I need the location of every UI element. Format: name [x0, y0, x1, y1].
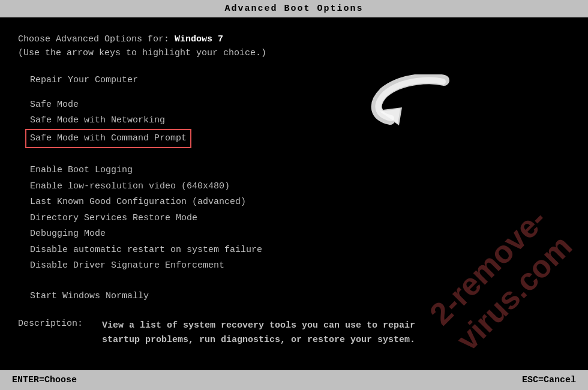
- menu-item-repair[interactable]: Repair Your Computer: [30, 73, 570, 89]
- description-text: View a list of system recovery tools you…: [102, 319, 415, 347]
- menu-item-last-known-good[interactable]: Last Known Good Configuration (advanced): [30, 194, 570, 211]
- esc-label: ESC=Cancel: [522, 375, 576, 385]
- description-label: Description:: [18, 319, 96, 347]
- menu-item-safe-mode[interactable]: Safe Mode: [30, 97, 570, 113]
- menu-section: Repair Your Computer Safe Mode Safe Mode…: [18, 73, 570, 347]
- title-bar: Advanced Boot Options: [0, 0, 588, 17]
- menu-item-disable-restart[interactable]: Disable automatic restart on system fail…: [30, 242, 570, 259]
- header-line1: Choose Advanced Options for: Windows 7: [18, 34, 570, 44]
- menu-item-safe-mode-cmd[interactable]: Safe Mode with Command Prompt: [25, 129, 191, 149]
- title-text: Advanced Boot Options: [224, 4, 363, 14]
- menu-item-start-normally[interactable]: Start Windows Normally: [30, 289, 570, 305]
- menu-group-safe-mode: Safe Mode Safe Mode with Networking Safe…: [18, 97, 570, 149]
- header-section: Choose Advanced Options for: Windows 7 (…: [18, 34, 570, 58]
- menu-item-boot-logging[interactable]: Enable Boot Logging: [30, 163, 570, 179]
- header-line2: (Use the arrow keys to highlight your ch…: [18, 48, 570, 58]
- menu-group-start-normal: Start Windows Normally: [18, 289, 570, 305]
- header-prefix: Choose Advanced Options for:: [18, 34, 175, 44]
- menu-group-advanced: Enable Boot Logging Enable low-resolutio…: [18, 163, 570, 274]
- enter-label: ENTER=Choose: [12, 375, 77, 385]
- description-section: Description: View a list of system recov…: [18, 319, 570, 347]
- footer-bar: ENTER=Choose ESC=Cancel: [0, 370, 588, 390]
- menu-item-directory-services[interactable]: Directory Services Restore Mode: [30, 211, 570, 227]
- menu-item-debugging[interactable]: Debugging Mode: [30, 226, 570, 242]
- main-content: Choose Advanced Options for: Windows 7 (…: [0, 17, 588, 353]
- description-line1: View a list of system recovery tools you…: [102, 320, 415, 331]
- description-line2: startup problems, run diagnostics, or re…: [102, 335, 415, 345]
- os-name: Windows 7: [175, 34, 223, 44]
- menu-item-low-res[interactable]: Enable low-resolution video (640x480): [30, 179, 570, 195]
- menu-item-safe-mode-networking[interactable]: Safe Mode with Networking: [30, 113, 570, 129]
- menu-item-disable-driver[interactable]: Disable Driver Signature Enforcement: [30, 258, 570, 274]
